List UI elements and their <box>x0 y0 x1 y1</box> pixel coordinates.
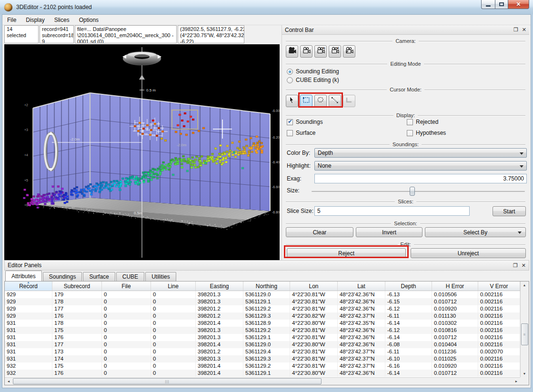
table-cell: -6.08 <box>385 341 432 348</box>
camera-button-3[interactable]: N <box>314 45 327 58</box>
size-slider-track[interactable] <box>312 191 525 192</box>
checkbox-icon[interactable] <box>287 119 293 125</box>
pointer-icon <box>288 96 296 106</box>
exag-input[interactable] <box>314 174 527 183</box>
table-cell: 48°23'42.37"N <box>338 348 385 355</box>
column-header-lat[interactable]: Lat <box>338 281 385 291</box>
scroll-right-icon[interactable]: ► <box>513 378 520 385</box>
svg-text:-6.40: -6.40 <box>272 161 280 164</box>
unreject-button[interactable]: Unreject <box>411 248 526 258</box>
table-row[interactable]: 92917600398201.25361129.34°22'30.82"W48°… <box>5 312 520 320</box>
camera-solid-icon <box>287 47 297 56</box>
camera-button-1[interactable] <box>286 45 298 58</box>
float-icon[interactable]: ❐ <box>513 27 518 32</box>
table-row[interactable]: 93117500398201.35361129.24°22'30.81"W48°… <box>5 327 520 334</box>
checkbox-icon[interactable] <box>407 119 413 125</box>
close-icon[interactable]: ✕ <box>522 263 526 268</box>
table-row[interactable]: 93217500398201.45361129.24°22'30.81"W48°… <box>5 362 520 370</box>
checkbox-icon[interactable] <box>287 130 293 136</box>
table-row[interactable]: 93217600398201.45361129.14°22'30.80"W48°… <box>5 370 520 377</box>
status-cell: 14selected <box>4 25 39 43</box>
table-row[interactable]: 93117400398201.35361129.34°22'30.81"W48°… <box>5 355 520 362</box>
tab-soundings[interactable]: Soundings <box>43 272 82 281</box>
table-cell: 0 <box>151 341 196 348</box>
menu-item-slices[interactable]: Slices <box>50 16 74 24</box>
table-row[interactable]: 93117300398201.25361129.44°22'30.81"W48°… <box>5 348 520 355</box>
status-bar: 14selectedrecord=941subrecord=189file=..… <box>4 25 280 44</box>
scroll-down-icon[interactable]: ▼ <box>521 370 528 377</box>
camera-button-2[interactable] <box>300 45 312 58</box>
editing-mode-separator: Editing Mode <box>286 60 525 67</box>
column-header-record[interactable]: Record▲ <box>5 281 52 291</box>
cursor-button-pointer[interactable] <box>286 95 298 107</box>
cursor-button-corner[interactable] <box>343 95 355 107</box>
radio-icon[interactable] <box>287 77 293 83</box>
column-header-v-error[interactable]: V Error <box>478 281 520 291</box>
maximize-button[interactable] <box>495 0 508 9</box>
camera-button-4[interactable]: E <box>329 45 341 58</box>
column-header-lon[interactable]: Lon <box>290 281 338 291</box>
3d-viewport[interactable]: 0.5 m-2.0m-2.0m0.5m-6.00-6.20-6.40-6.60-… <box>4 44 280 260</box>
menu-item-display[interactable]: Display <box>21 16 49 24</box>
editor-panels-title-bar: Editor Panels ❐ ✕ <box>4 260 529 271</box>
tab-attributes[interactable]: Attributes <box>5 271 42 281</box>
column-header-northing[interactable]: Northing <box>243 281 290 291</box>
chevron-down-icon <box>520 165 523 168</box>
float-icon[interactable]: ❐ <box>513 263 518 268</box>
hscroll-thumb[interactable]: ||| <box>13 378 322 384</box>
checkbox-soundings[interactable]: Soundings <box>287 119 323 125</box>
menu-item-file[interactable]: File <box>2 16 21 24</box>
close-icon: ✕ <box>516 1 521 8</box>
minimize-button[interactable] <box>481 0 495 9</box>
vertical-scrollbar[interactable]: ▲ ≡ ▼ <box>520 281 529 377</box>
table-row[interactable]: 93117700398201.45361129.04°22'30.80"W48°… <box>5 341 520 348</box>
tab-cube[interactable]: CUBE <box>116 272 144 281</box>
checkbox-icon[interactable] <box>407 130 413 136</box>
table-cell: 0.010506 <box>432 291 478 298</box>
radio-sounding-editing[interactable]: Sounding Editing <box>287 68 339 75</box>
column-header-depth[interactable]: Depth <box>385 281 432 291</box>
highlight-combo[interactable]: None <box>314 161 527 171</box>
start-button[interactable]: Start <box>493 206 526 216</box>
3d-scene[interactable]: 0.5 m-2.0m-2.0m0.5m-6.00-6.20-6.40-6.60-… <box>4 44 280 260</box>
slice-size-input[interactable] <box>314 206 470 216</box>
color-by-combo[interactable]: Depth <box>314 148 527 158</box>
column-header-easting[interactable]: Easting <box>196 281 243 291</box>
table-cell: 0.002116 <box>478 312 520 320</box>
radio-icon[interactable] <box>287 69 293 75</box>
table-cell: 4°22'30.82"W <box>290 312 338 320</box>
table-row[interactable]: 92917800398201.35361129.14°22'30.81"W48°… <box>5 298 520 305</box>
checkbox-hypotheses[interactable]: Hypotheses <box>407 130 446 136</box>
vscroll-thumb[interactable]: ≡ <box>521 323 528 345</box>
scroll-up-icon[interactable]: ▲ <box>521 281 528 289</box>
table-cell: 0.010920 <box>432 362 478 370</box>
camera-button-5[interactable] <box>343 45 355 58</box>
table-row[interactable]: 92917700398201.25361129.24°22'30.81"W48°… <box>5 305 520 312</box>
scroll-left-icon[interactable]: ◄ <box>5 378 12 385</box>
invert-button[interactable]: Invert <box>356 227 422 237</box>
clear-button[interactable]: Clear <box>286 227 353 237</box>
checkbox-rejected[interactable]: Rejected <box>407 119 438 125</box>
close-button[interactable]: ✕ <box>508 0 529 9</box>
size-slider-thumb[interactable] <box>410 187 415 196</box>
checkbox-surface[interactable]: Surface <box>287 130 315 136</box>
title-bar[interactable]: 3DEditor - 2102 points loaded ✕ <box>0 0 533 14</box>
table-row[interactable]: 92917900398201.35361129.04°22'30.81"W48°… <box>5 291 520 298</box>
column-header-h-error[interactable]: H Error <box>432 281 478 291</box>
tab-utilities[interactable]: Utilities <box>145 272 176 281</box>
column-header-subrecord[interactable]: Subrecord <box>52 281 102 291</box>
table-row[interactable]: 93117800398201.45361128.94°22'30.80"W48°… <box>5 320 520 327</box>
close-icon[interactable]: ✕ <box>522 27 526 32</box>
table-cell: 5361129.2 <box>243 327 290 334</box>
column-header-line[interactable]: Line <box>151 281 196 291</box>
control-bar-title-bar: Control Bar ❐ ✕ <box>282 25 529 35</box>
table-row[interactable]: 93117600398201.35361129.14°22'30.81"W48°… <box>5 334 520 341</box>
tab-surface[interactable]: Surface <box>83 272 115 281</box>
column-header-file[interactable]: File <box>102 281 151 291</box>
horizontal-scrollbar[interactable]: ◄ ||| ► <box>5 377 520 385</box>
table-cell: 0.002116 <box>478 341 520 348</box>
table-cell: 0.002116 <box>478 291 520 298</box>
select-by-button[interactable]: Select By <box>425 227 526 237</box>
menu-item-options[interactable]: Options <box>74 16 103 24</box>
radio-cube-editing[interactable]: CUBE Editing (k) <box>287 77 339 83</box>
